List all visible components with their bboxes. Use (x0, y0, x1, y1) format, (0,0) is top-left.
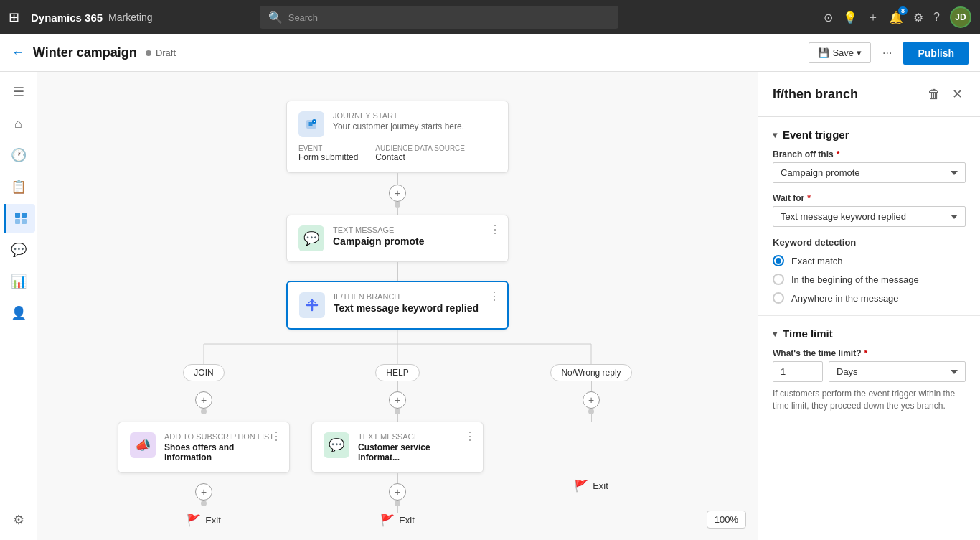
svg-rect-0 (15, 213, 20, 218)
radio-beginning-input[interactable] (773, 274, 784, 285)
topnav-icons: ⊙ 💡 ＋ 🔔 8 ⚙ ? JD (824, 6, 971, 28)
event-trigger-title: Event trigger (783, 129, 849, 141)
lightbulb-icon[interactable]: 💡 (843, 11, 857, 24)
help-icon[interactable]: ? (933, 11, 940, 24)
add-node-help[interactable]: + (389, 391, 406, 409)
sidebar-item-pinned[interactable]: 📋 (4, 172, 33, 201)
node-menu-if-then[interactable]: ⋮ (489, 289, 500, 303)
if-then-icon (299, 292, 325, 318)
more-options-button[interactable]: ··· (877, 42, 897, 64)
keyword-radio-group: Exact match In the begining of the messa… (773, 255, 966, 304)
if-then-title: Text message keyword replied (334, 302, 479, 314)
journey-start-icon (298, 111, 324, 137)
subscription-node[interactable]: 📣 Add to subscription list Shoes offers … (118, 422, 290, 473)
search-input[interactable] (288, 12, 610, 23)
connector-1: + (389, 173, 406, 215)
text-message-type: Text message (333, 225, 425, 234)
panel-title: If/then branch (773, 87, 919, 102)
add-node-join[interactable]: + (195, 391, 212, 409)
branch-join-label: JOIN (183, 364, 224, 381)
time-limit-toggle[interactable]: ▾ Time limit (773, 327, 966, 340)
customer-service-node[interactable]: 💬 Text message Customer service informat… (311, 422, 484, 473)
event-trigger-section: ▾ Event trigger Branch off this * Campai… (758, 117, 980, 316)
customer-service-type: Text message (358, 432, 471, 441)
status-dot (146, 50, 151, 56)
subscription-title: Shoes offers and information (164, 442, 278, 462)
exit-join-label: Exit (205, 515, 221, 526)
sidebar-item-segments[interactable]: 💬 (4, 236, 33, 264)
radio-beginning-label: In the begining of the message (791, 274, 919, 285)
sidebar-item-analytics[interactable]: 📊 (4, 267, 33, 296)
panel-close-button[interactable]: ✕ (949, 83, 966, 105)
sidebar-item-settings[interactable]: ⚙ (4, 506, 33, 534)
sub-header: ← Winter campaign Draft 💾 Save ▾ ··· Pub… (0, 34, 980, 72)
if-then-branch-node[interactable]: If/Then branch Text message keyword repl… (286, 281, 509, 330)
sidebar-item-collapse[interactable]: ☰ (4, 78, 33, 106)
canvas-area[interactable]: Journey start Your customer journey star… (37, 72, 758, 540)
svg-rect-1 (22, 213, 27, 218)
time-limit-description: If customers perform the event trigger w… (773, 388, 966, 412)
node-menu-text-message[interactable]: ⋮ (489, 223, 501, 236)
waffle-menu[interactable]: ⊞ (9, 9, 19, 25)
subscription-icon: 📣 (130, 432, 156, 458)
exit-no-reply: 🚩 Exit (574, 479, 608, 493)
radio-exact-match-input[interactable] (773, 255, 784, 266)
exit-join: 🚩 Exit (187, 513, 221, 527)
panel-header: If/then branch 🗑 ✕ (758, 72, 980, 117)
time-limit-title: Time limit (783, 327, 833, 340)
wait-for-select[interactable]: Text message keyword replied (773, 206, 966, 227)
radio-beginning[interactable]: In the begining of the message (773, 274, 966, 285)
add-node-help-exit[interactable]: + (389, 483, 406, 501)
subscription-type: Add to subscription list (164, 432, 278, 441)
connector-join-exit: + (195, 473, 212, 513)
notification-icon[interactable]: 🔔 8 (889, 11, 903, 24)
branch-help-label: HELP (375, 364, 419, 381)
plus-icon[interactable]: ＋ (867, 10, 879, 25)
notification-badge: 8 (898, 6, 908, 15)
exit-no-reply-label: Exit (593, 480, 608, 491)
branch-off-field: Branch off this * Campaign promote (773, 149, 966, 183)
search-bar[interactable]: 🔍 (260, 6, 618, 29)
branch-off-select[interactable]: Campaign promote (773, 162, 966, 183)
time-unit-select[interactable]: Days Hours Minutes Weeks (829, 361, 966, 382)
search-icon: 🔍 (268, 11, 283, 24)
add-node-no-reply[interactable]: + (583, 391, 600, 409)
radio-anywhere[interactable]: Anywhere in the message (773, 292, 966, 304)
svg-rect-2 (15, 219, 20, 224)
text-message-node[interactable]: 💬 Text message Campaign promote ⋮ (286, 215, 509, 262)
back-button[interactable]: ← (11, 45, 24, 60)
radio-exact-match-label: Exact match (791, 256, 843, 266)
audience-value: Contact (375, 152, 465, 162)
panel-delete-button[interactable]: 🗑 (925, 84, 943, 105)
journey-start-node[interactable]: Journey start Your customer journey star… (286, 101, 509, 173)
connector-no-reply: + (583, 381, 600, 422)
canvas-inner: Journey start Your customer journey star… (75, 86, 720, 540)
settings-circle-icon[interactable]: ⊙ (824, 11, 833, 24)
journey-start-type: Journey start (333, 111, 464, 120)
gear-icon[interactable]: ⚙ (913, 11, 923, 24)
node-menu-customer-service[interactable]: ⋮ (464, 429, 476, 443)
if-then-type: If/Then branch (334, 292, 479, 301)
branch-lines-svg (118, 330, 677, 366)
brand-module: Marketing (108, 11, 152, 23)
event-trigger-toggle[interactable]: ▾ Event trigger (773, 129, 966, 141)
radio-anywhere-input[interactable] (773, 292, 784, 304)
sidebar-item-home[interactable]: ⌂ (4, 109, 33, 138)
connector-help-exit: + (389, 473, 406, 513)
connector-help: + (389, 381, 406, 422)
avatar[interactable]: JD (950, 6, 971, 28)
sidebar-item-recent[interactable]: 🕐 (4, 141, 33, 169)
node-menu-subscription[interactable]: ⋮ (270, 429, 282, 443)
add-node-join-exit[interactable]: + (195, 483, 212, 501)
time-limit-input[interactable] (773, 361, 823, 382)
add-node-button-1[interactable]: + (389, 185, 406, 202)
customer-service-icon: 💬 (324, 432, 349, 458)
page-title: Winter campaign (33, 45, 137, 60)
publish-button[interactable]: Publish (903, 42, 969, 65)
sidebar-item-contacts[interactable]: 👤 (4, 299, 33, 327)
audience-label: AUDIENCE DATA SOURCE (375, 144, 465, 152)
status-label: Draft (156, 47, 176, 58)
save-button[interactable]: 💾 Save ▾ (809, 42, 871, 63)
radio-exact-match[interactable]: Exact match (773, 255, 966, 266)
sidebar-item-journeys[interactable] (4, 204, 35, 233)
